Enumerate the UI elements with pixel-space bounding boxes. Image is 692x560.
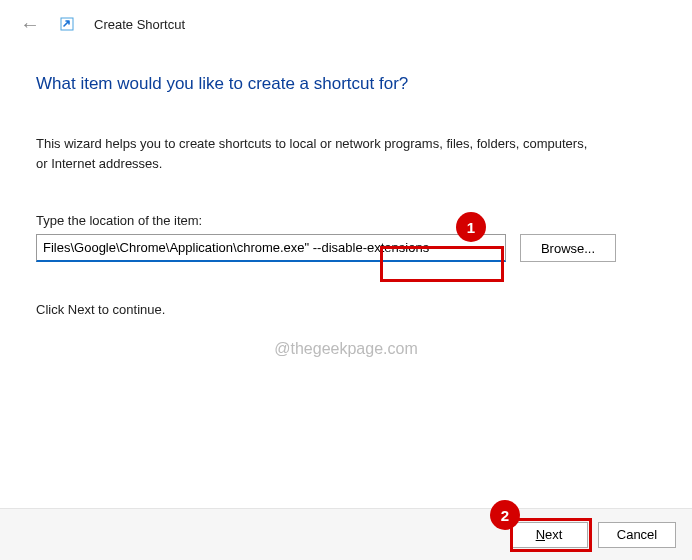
header-title: Create Shortcut: [94, 17, 185, 32]
wizard-description: This wizard helps you to create shortcut…: [36, 134, 596, 173]
location-label: Type the location of the item:: [36, 213, 656, 228]
next-rest: ext: [545, 527, 562, 542]
wizard-content: What item would you like to create a sho…: [0, 44, 692, 317]
cancel-button[interactable]: Cancel: [598, 522, 676, 548]
continue-hint: Click Next to continue.: [36, 302, 656, 317]
location-input[interactable]: [36, 234, 506, 262]
browse-button[interactable]: Browse...: [520, 234, 616, 262]
shortcut-icon: [60, 17, 74, 31]
location-row: Browse...: [36, 234, 656, 262]
wizard-footer: Next Cancel: [0, 508, 692, 560]
watermark-text: @thegeekpage.com: [274, 340, 417, 358]
next-button[interactable]: Next: [510, 522, 588, 548]
wizard-header: ← Create Shortcut: [0, 0, 692, 44]
next-mnemonic: N: [536, 527, 545, 542]
page-heading: What item would you like to create a sho…: [36, 74, 656, 94]
back-arrow-icon: ←: [20, 14, 40, 34]
